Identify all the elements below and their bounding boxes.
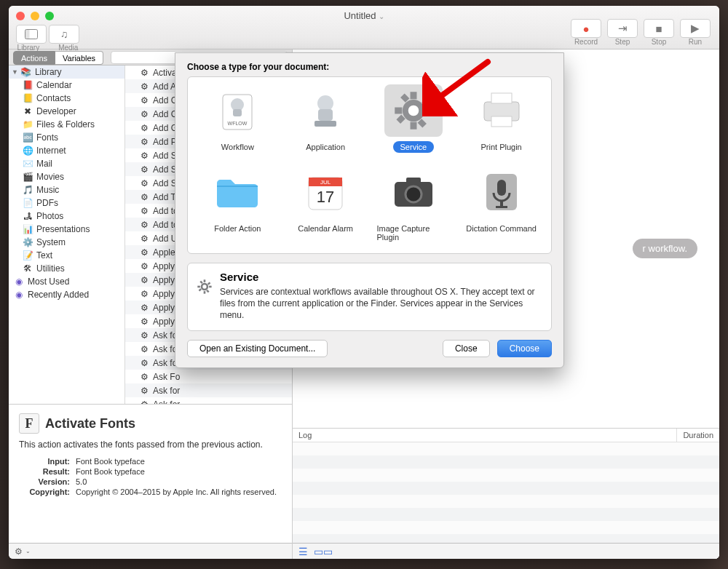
doc-type-icon [472, 84, 531, 137]
sidebar-item-files-folders[interactable]: 📁Files & Folders [9, 118, 124, 131]
media-label: Media [58, 44, 78, 52]
titlebar: Untitled⌄ ♫ Library Media ●Record ⇥Step … [9, 6, 719, 49]
open-existing-button[interactable]: Open an Existing Document... [187, 340, 328, 357]
sidebar-item-movies[interactable]: 🎬Movies [9, 170, 124, 183]
doc-type-label: Service [393, 141, 435, 153]
category-list[interactable]: ▼📚Library📕Calendar📒Contacts✖︎Developer📁F… [9, 65, 125, 404]
document-type-grid: WFLOW Workflow Application Service Print… [187, 76, 552, 254]
svg-rect-8 [314, 121, 336, 127]
meta-value: Copyright © 2004–2015 by Apple Inc. All … [76, 488, 282, 496]
meta-key: Version: [19, 477, 70, 486]
log-header: Log Duration [293, 429, 719, 442]
doc-type-application[interactable]: Application [282, 84, 370, 153]
action-summary: This action activates the fonts passed f… [19, 439, 282, 450]
choose-button[interactable]: Choose [497, 340, 552, 357]
fontbook-icon: F [19, 413, 39, 434]
log-col-log[interactable]: Log [293, 429, 677, 442]
record-label: Record [574, 38, 598, 46]
svg-text:WFLOW: WFLOW [228, 121, 248, 126]
sidebar-item-presentations[interactable]: 📊Presentations [9, 223, 124, 236]
doc-type-dictation-command[interactable]: Dictation Command [457, 166, 545, 243]
sidebar-library-root[interactable]: ▼📚Library [9, 65, 124, 79]
doc-type-folder-action[interactable]: Folder Action [194, 166, 282, 243]
info-body: Services are contextual workflows availa… [220, 286, 542, 322]
meta-key: Result: [19, 467, 70, 476]
sidebar-item-pdfs[interactable]: 📄PDFs [9, 196, 124, 210]
zoom-window-button[interactable] [45, 12, 54, 20]
doc-type-label: Image Capture Plugin [370, 223, 458, 243]
sidebar-item-internet[interactable]: 🌐Internet [9, 144, 124, 157]
sidebar-smart-recently-added[interactable]: ◉Recently Added [9, 288, 124, 301]
sidebar-item-photos[interactable]: 🏞Photos [9, 210, 124, 223]
info-title: Service [220, 271, 542, 283]
sidebar-smart-most-used[interactable]: ◉Most Used [9, 275, 124, 288]
sidebar-item-developer[interactable]: ✖︎Developer [9, 105, 124, 118]
doc-type-label: Folder Action [207, 223, 268, 234]
svg-rect-1 [25, 30, 30, 39]
doc-type-label: Workflow [214, 141, 261, 153]
meta-key: Input: [19, 457, 70, 466]
grid-view-icon[interactable]: ▭▭ [314, 546, 333, 557]
action-item[interactable]: ⚙︎Ask for [125, 397, 292, 404]
close-window-button[interactable] [16, 12, 25, 20]
doc-type-image-capture-plugin[interactable]: Image Capture Plugin [370, 166, 458, 243]
action-item[interactable]: ⚙︎Ask for [125, 383, 292, 397]
meta-key: Copyright: [19, 488, 70, 496]
stop-label: Stop [652, 38, 667, 46]
svg-rect-11 [491, 93, 512, 103]
sidebar-item-system[interactable]: ⚙️System [9, 236, 124, 249]
sidebar-item-text[interactable]: 📝Text [9, 249, 124, 262]
svg-rect-22 [500, 201, 503, 207]
log-col-duration[interactable]: Duration [677, 429, 719, 442]
stop-button[interactable]: ■ [644, 19, 674, 38]
sidebar-item-calendar[interactable]: 📕Calendar [9, 79, 124, 92]
sidebar-item-music[interactable]: 🎵Music [9, 183, 124, 196]
record-button[interactable]: ● [571, 19, 601, 38]
window-title-text: Untitled [344, 10, 376, 21]
tab-actions[interactable]: Actions [13, 51, 55, 65]
doc-type-print-plugin[interactable]: Print Plugin [457, 84, 545, 153]
template-chooser-sheet: Choose a type for your document: WFLOW W… [175, 52, 564, 368]
minimize-window-button[interactable] [31, 12, 39, 20]
right-statusbar: ☰ ▭▭ [293, 543, 719, 559]
doc-type-workflow[interactable]: WFLOW Workflow [194, 84, 282, 153]
doc-type-icon [472, 166, 531, 218]
svg-rect-23 [496, 206, 507, 208]
media-button[interactable]: ♫ [49, 25, 79, 44]
dropdown-indicator-icon[interactable]: ⌄ [25, 548, 31, 554]
list-view-icon[interactable]: ☰ [298, 546, 308, 557]
svg-point-18 [405, 186, 422, 202]
svg-rect-12 [491, 116, 512, 127]
sidebar-item-mail[interactable]: ✉️Mail [9, 157, 124, 170]
gear-large-icon [197, 271, 213, 303]
action-title: Activate Fonts [45, 416, 135, 431]
svg-point-24 [202, 284, 207, 290]
action-meta: Input:Font Book typefaceResult:Font Book… [19, 457, 282, 496]
sidebar-item-utilities[interactable]: 🛠Utilities [9, 262, 124, 275]
sidebar-item-fonts[interactable]: 🔤Fonts [9, 131, 124, 144]
play-icon: ▶ [691, 22, 700, 35]
doc-type-icon [384, 84, 443, 137]
svg-text:JUL: JUL [320, 179, 331, 186]
svg-rect-7 [318, 109, 333, 121]
sheet-prompt: Choose a type for your document: [187, 62, 552, 72]
action-item[interactable]: ⚙︎Ask Fo [125, 370, 292, 383]
title-chevron-icon[interactable]: ⌄ [379, 12, 384, 20]
action-description: F Activate Fonts This action activates t… [9, 405, 292, 543]
library-toggle-button[interactable] [16, 25, 47, 44]
run-label: Run [689, 38, 702, 46]
sidebar-item-contacts[interactable]: 📒Contacts [9, 92, 124, 105]
sidebar-icon [25, 29, 38, 39]
tab-variables[interactable]: Variables [55, 51, 103, 65]
svg-rect-19 [406, 178, 421, 183]
run-button[interactable]: ▶ [680, 19, 711, 38]
toolbar-left: ♫ Library Media [16, 25, 79, 52]
doc-type-service[interactable]: Service [370, 84, 458, 153]
log-panel: Log Duration ☰ ▭▭ [293, 428, 719, 559]
gear-icon[interactable]: ⚙︎ [15, 546, 23, 557]
step-button[interactable]: ⇥ [607, 19, 638, 38]
stop-icon: ■ [655, 23, 662, 35]
close-button[interactable]: Close [443, 340, 490, 357]
doc-type-icon [384, 166, 443, 218]
doc-type-calendar-alarm[interactable]: JUL17 Calendar Alarm [282, 166, 370, 243]
